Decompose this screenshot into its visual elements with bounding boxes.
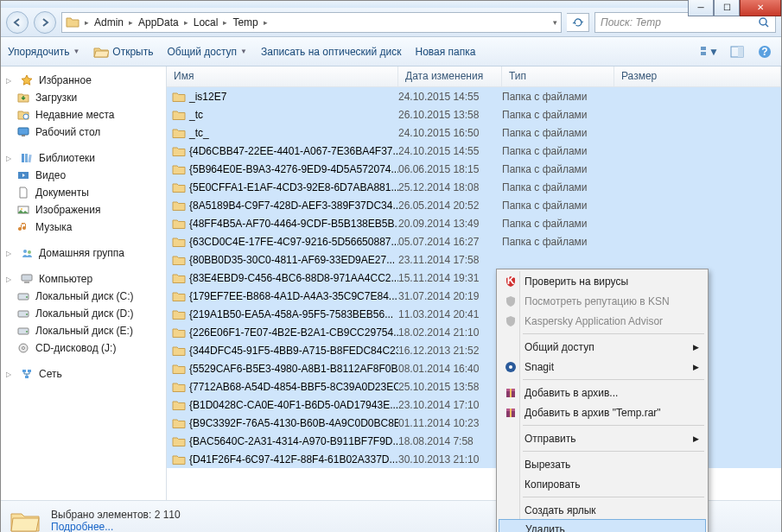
breadcrumb[interactable]: ▸ Admin ▸ AppData ▸ Local ▸ Temp ▸ ▾: [61, 12, 562, 33]
winrar-icon: [504, 406, 518, 420]
file-name: {4D6CBB47-22EE-4401-A067-7E36BA4F37...: [189, 145, 398, 157]
file-type: Папка с файлами: [502, 181, 632, 193]
nav-forward-button[interactable]: [34, 11, 56, 34]
file-date: 01.11.2014 10:23: [398, 417, 502, 429]
file-date: 25.12.2014 18:08: [398, 181, 502, 193]
file-date: 30.10.2013 21:10: [398, 453, 502, 466]
minimize-button[interactable]: ─: [688, 0, 714, 16]
ctx-add-archive-temp[interactable]: Добавить в архив "Temp.rar": [499, 402, 706, 422]
breadcrumb-segment[interactable]: Temp: [229, 16, 261, 28]
new-folder-button[interactable]: Новая папка: [416, 46, 476, 58]
nav-libraries[interactable]: ▷Библиотеки: [1, 149, 166, 167]
view-button[interactable]: ▼: [700, 43, 719, 60]
file-date: 23.10.2014 17:10: [398, 399, 502, 411]
winrar-icon: [504, 386, 518, 400]
svg-point-19: [21, 208, 22, 210]
organize-button[interactable]: Упорядочить▼: [8, 46, 79, 58]
col-date[interactable]: Дата изменения: [398, 66, 502, 86]
nav-drive-d[interactable]: Локальный диск (D:): [1, 305, 166, 322]
ctx-kaa[interactable]: Kaspersky Application Advisor: [499, 311, 706, 331]
folder-icon: [172, 308, 186, 320]
maximize-button[interactable]: ☐: [714, 0, 740, 16]
nav-downloads[interactable]: Загрузки: [1, 89, 166, 106]
ctx-copy[interactable]: Копировать: [499, 474, 706, 494]
file-date: 24.10.2015 14:55: [398, 91, 502, 103]
ctx-share[interactable]: Общий доступ▶: [499, 337, 706, 357]
file-date: 23.11.2014 17:58: [398, 254, 502, 266]
folder-icon: [172, 181, 186, 193]
status-more-link[interactable]: Подробнее...: [51, 521, 181, 533]
svg-point-27: [26, 314, 28, 315]
close-button[interactable]: ✕: [740, 0, 781, 16]
help-icon: ?: [758, 45, 772, 59]
column-headers: Имя Дата изменения Тип Размер: [167, 66, 781, 87]
table-row[interactable]: {48FF4B5A-AF70-4464-9CDF-B5B138EB5B...20…: [167, 214, 781, 232]
table-row[interactable]: {80BB0D35-30C0-4811-AF69-33ED9AE27...23.…: [167, 250, 781, 269]
table-row[interactable]: _is12E724.10.2015 14:55Папка с файлами: [167, 87, 781, 105]
file-name: {D41F26F4-6C97-412F-88F4-61B02A337D...: [189, 453, 397, 466]
folder-icon: [172, 200, 186, 212]
music-icon: [16, 220, 30, 234]
nav-back-button[interactable]: [6, 11, 29, 34]
ctx-scan-viruses[interactable]: KПроверить на вирусы: [499, 271, 706, 291]
ctx-delete[interactable]: Удалить: [499, 519, 706, 532]
navigation-pane: ▷Избранное Загрузки Недавние места Рабоч…: [1, 66, 167, 500]
nav-drive-e[interactable]: Локальный диск (E:): [1, 322, 166, 339]
table-row[interactable]: {4D6CBB47-22EE-4401-A067-7E36BA4F37...24…: [167, 142, 781, 160]
file-date: 26.05.2014 20:52: [398, 200, 502, 212]
table-row[interactable]: _tc26.10.2015 13:58Папка с файлами: [167, 105, 781, 124]
nav-videos[interactable]: Видео: [1, 167, 166, 184]
nav-favorites[interactable]: ▷Избранное: [1, 72, 166, 89]
breadcrumb-segment[interactable]: Admin: [91, 16, 127, 28]
ctx-ksn[interactable]: Посмотреть репутацию в KSN: [499, 291, 706, 311]
computer-icon: [20, 272, 34, 286]
folder-icon: [172, 399, 186, 411]
nav-homegroup[interactable]: ▷Домашняя группа: [1, 244, 166, 262]
search-placeholder: Поиск: Temp: [601, 16, 758, 28]
nav-drive-cd[interactable]: CD-дисковод (J:): [1, 339, 166, 357]
breadcrumb-segment[interactable]: AppData: [135, 16, 182, 28]
table-row[interactable]: {5B964E0E-B9A3-4276-9ED9-4D5A572074...06…: [167, 160, 781, 178]
pictures-icon: [16, 203, 30, 217]
ctx-snagit[interactable]: Snagit▶: [499, 357, 706, 377]
preview-pane-button[interactable]: [728, 43, 747, 60]
file-name: {5529CAF6-B5E3-4980-A8B1-B8112AF8F0B6}: [189, 363, 398, 375]
ctx-cut[interactable]: Вырезать: [499, 454, 706, 474]
ctx-add-archive[interactable]: Добавить в архив...: [499, 383, 706, 402]
file-name: {BAC5640C-2A31-4314-A970-B911BF7F9D...: [189, 435, 398, 447]
refresh-button[interactable]: [567, 13, 589, 32]
folder-icon: [172, 218, 186, 230]
folder-icon: [172, 254, 186, 266]
file-type: Папка с файлами: [502, 200, 632, 212]
svg-point-21: [28, 250, 31, 254]
file-type: Папка с файлами: [502, 218, 632, 230]
col-name[interactable]: Имя: [167, 66, 398, 86]
chevron-down-icon[interactable]: ▾: [553, 18, 557, 27]
svg-rect-40: [510, 389, 512, 397]
ctx-shortcut[interactable]: Создать ярлык: [499, 500, 706, 520]
table-row[interactable]: {8A5189B4-C9F7-428D-AEF3-389F37DC34...26…: [167, 196, 781, 214]
nav-drive-c[interactable]: Локальный диск (C:): [1, 288, 166, 305]
help-button[interactable]: ?: [755, 43, 774, 60]
share-button[interactable]: Общий доступ▼: [167, 46, 247, 58]
nav-music[interactable]: Музыка: [1, 218, 166, 236]
col-size[interactable]: Размер: [614, 66, 781, 86]
nav-computer[interactable]: ▷Компьютер: [1, 270, 166, 288]
burn-button[interactable]: Записать на оптический диск: [261, 46, 402, 58]
table-row[interactable]: _tc_24.10.2015 16:50Папка с файлами: [167, 124, 781, 142]
file-date: 05.07.2014 16:27: [398, 236, 502, 248]
kaspersky-grey-icon: [504, 294, 518, 308]
nav-documents[interactable]: Документы: [1, 184, 166, 201]
nav-network[interactable]: ▷Сеть: [1, 365, 166, 383]
breadcrumb-segment[interactable]: Local: [190, 16, 222, 28]
nav-pictures[interactable]: Изображения: [1, 201, 166, 218]
kaspersky-grey-icon: [504, 314, 518, 328]
col-type[interactable]: Тип: [502, 66, 614, 86]
nav-desktop[interactable]: Рабочий стол: [1, 124, 166, 141]
ctx-send[interactable]: Отправить▶: [499, 428, 706, 448]
open-button[interactable]: Открыть: [93, 45, 153, 59]
file-date: 18.08.2014 7:58: [398, 435, 502, 447]
table-row[interactable]: {63CD0C4E-17FE-4C97-9216-5D56650887...05…: [167, 232, 781, 250]
table-row[interactable]: {5E0CFFA1-E1AF-4CD3-92E8-6D7ABA881...25.…: [167, 178, 781, 196]
nav-recent[interactable]: Недавние места: [1, 106, 166, 124]
